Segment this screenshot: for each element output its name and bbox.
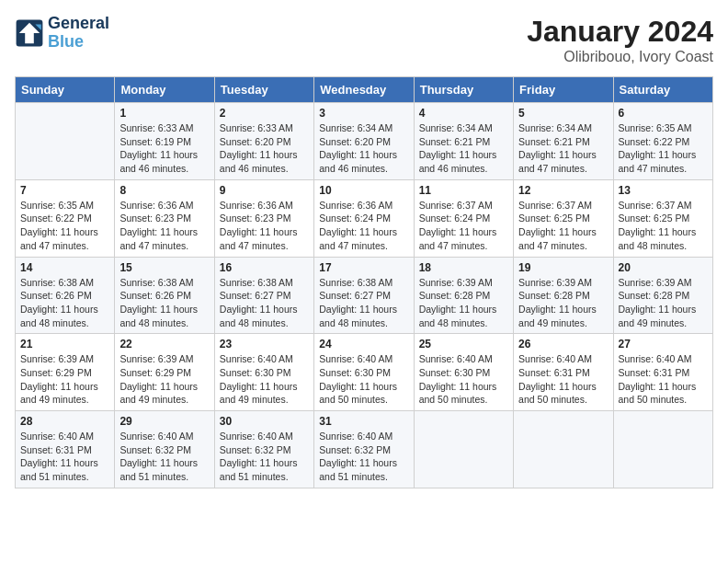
calendar-header: SundayMondayTuesdayWednesdayThursdayFrid…: [16, 77, 713, 103]
calendar-cell: 28Sunrise: 6:40 AM Sunset: 6:31 PM Dayli…: [16, 411, 115, 488]
weekday-header: Saturday: [613, 77, 712, 103]
day-number: 2: [220, 107, 309, 120]
day-number: 12: [518, 184, 608, 197]
weekday-header: Tuesday: [214, 77, 313, 103]
logo-line2: Blue: [48, 33, 109, 52]
day-number: 14: [20, 261, 109, 274]
day-number: 23: [220, 338, 309, 350]
calendar-cell: 6Sunrise: 6:35 AM Sunset: 6:22 PM Daylig…: [613, 103, 712, 180]
day-info: Sunrise: 6:36 AM Sunset: 6:23 PM Dayligh…: [220, 199, 309, 253]
calendar-week-row: 7Sunrise: 6:35 AM Sunset: 6:22 PM Daylig…: [16, 179, 713, 257]
day-info: Sunrise: 6:39 AM Sunset: 6:29 PM Dayligh…: [119, 352, 209, 407]
day-number: 8: [119, 184, 209, 197]
calendar-cell: 9Sunrise: 6:36 AM Sunset: 6:23 PM Daylig…: [214, 179, 313, 257]
title-block: January 2024 Olibribouo, Ivory Coast: [527, 15, 713, 65]
calendar-week-row: 14Sunrise: 6:38 AM Sunset: 6:26 PM Dayli…: [16, 257, 713, 334]
day-number: 4: [419, 107, 508, 120]
day-number: 25: [419, 338, 508, 350]
logo: General Blue: [15, 15, 109, 52]
calendar-cell: 3Sunrise: 6:34 AM Sunset: 6:20 PM Daylig…: [314, 103, 414, 180]
calendar-cell: 5Sunrise: 6:34 AM Sunset: 6:21 PM Daylig…: [514, 103, 613, 180]
day-number: 9: [220, 184, 309, 197]
weekday-header: Monday: [115, 77, 214, 103]
weekday-row: SundayMondayTuesdayWednesdayThursdayFrid…: [16, 77, 713, 103]
day-number: 5: [518, 107, 608, 120]
day-info: Sunrise: 6:40 AM Sunset: 6:30 PM Dayligh…: [220, 352, 309, 407]
weekday-header: Friday: [514, 77, 613, 103]
logo-icon: [15, 18, 44, 48]
day-number: 27: [619, 338, 708, 350]
calendar-cell: 1Sunrise: 6:33 AM Sunset: 6:19 PM Daylig…: [115, 103, 214, 180]
calendar-cell: 26Sunrise: 6:40 AM Sunset: 6:31 PM Dayli…: [514, 334, 613, 411]
day-info: Sunrise: 6:33 AM Sunset: 6:20 PM Dayligh…: [220, 121, 309, 176]
day-info: Sunrise: 6:40 AM Sunset: 6:32 PM Dayligh…: [220, 430, 309, 484]
day-number: 30: [220, 415, 309, 428]
calendar-table: SundayMondayTuesdayWednesdayThursdayFrid…: [15, 76, 713, 488]
day-info: Sunrise: 6:40 AM Sunset: 6:31 PM Dayligh…: [619, 352, 708, 407]
day-info: Sunrise: 6:34 AM Sunset: 6:20 PM Dayligh…: [319, 121, 408, 176]
day-number: 10: [319, 184, 408, 197]
calendar-cell: 25Sunrise: 6:40 AM Sunset: 6:30 PM Dayli…: [414, 334, 513, 411]
calendar-cell: 18Sunrise: 6:39 AM Sunset: 6:28 PM Dayli…: [414, 257, 513, 334]
day-info: Sunrise: 6:39 AM Sunset: 6:29 PM Dayligh…: [20, 352, 109, 407]
calendar-cell: 15Sunrise: 6:38 AM Sunset: 6:26 PM Dayli…: [115, 257, 214, 334]
day-number: 11: [419, 184, 508, 197]
day-info: Sunrise: 6:37 AM Sunset: 6:24 PM Dayligh…: [419, 199, 508, 253]
day-info: Sunrise: 6:40 AM Sunset: 6:32 PM Dayligh…: [119, 430, 209, 484]
calendar-week-row: 21Sunrise: 6:39 AM Sunset: 6:29 PM Dayli…: [16, 334, 713, 411]
day-info: Sunrise: 6:40 AM Sunset: 6:32 PM Dayligh…: [319, 430, 408, 484]
day-number: 3: [319, 107, 408, 120]
calendar-week-row: 1Sunrise: 6:33 AM Sunset: 6:19 PM Daylig…: [16, 103, 713, 180]
page-header: General Blue January 2024 Olibribouo, Iv…: [15, 15, 713, 65]
day-info: Sunrise: 6:35 AM Sunset: 6:22 PM Dayligh…: [619, 121, 708, 176]
calendar-cell: 7Sunrise: 6:35 AM Sunset: 6:22 PM Daylig…: [16, 179, 115, 257]
day-info: Sunrise: 6:39 AM Sunset: 6:28 PM Dayligh…: [518, 276, 608, 330]
logo-text: General Blue: [48, 15, 109, 52]
day-info: Sunrise: 6:34 AM Sunset: 6:21 PM Dayligh…: [518, 121, 608, 176]
calendar-cell: [414, 411, 513, 488]
calendar-cell: 17Sunrise: 6:38 AM Sunset: 6:27 PM Dayli…: [314, 257, 414, 334]
day-info: Sunrise: 6:40 AM Sunset: 6:31 PM Dayligh…: [518, 352, 608, 407]
day-info: Sunrise: 6:40 AM Sunset: 6:30 PM Dayligh…: [319, 352, 408, 407]
day-info: Sunrise: 6:37 AM Sunset: 6:25 PM Dayligh…: [518, 199, 608, 253]
day-info: Sunrise: 6:33 AM Sunset: 6:19 PM Dayligh…: [119, 121, 209, 176]
day-number: 7: [20, 184, 109, 197]
day-number: 31: [319, 415, 408, 428]
day-number: 19: [518, 261, 608, 274]
day-number: 20: [619, 261, 708, 274]
calendar-cell: 31Sunrise: 6:40 AM Sunset: 6:32 PM Dayli…: [314, 411, 414, 488]
calendar-cell: 19Sunrise: 6:39 AM Sunset: 6:28 PM Dayli…: [514, 257, 613, 334]
day-number: 21: [20, 338, 109, 350]
day-number: 28: [20, 415, 109, 428]
day-info: Sunrise: 6:39 AM Sunset: 6:28 PM Dayligh…: [619, 276, 708, 330]
calendar-cell: 12Sunrise: 6:37 AM Sunset: 6:25 PM Dayli…: [514, 179, 613, 257]
calendar-week-row: 28Sunrise: 6:40 AM Sunset: 6:31 PM Dayli…: [16, 411, 713, 488]
day-number: 29: [119, 415, 209, 428]
day-info: Sunrise: 6:38 AM Sunset: 6:26 PM Dayligh…: [20, 276, 109, 330]
weekday-header: Sunday: [16, 77, 115, 103]
calendar-cell: 22Sunrise: 6:39 AM Sunset: 6:29 PM Dayli…: [115, 334, 214, 411]
calendar-cell: 2Sunrise: 6:33 AM Sunset: 6:20 PM Daylig…: [214, 103, 313, 180]
calendar-cell: 13Sunrise: 6:37 AM Sunset: 6:25 PM Dayli…: [613, 179, 712, 257]
calendar-cell: 21Sunrise: 6:39 AM Sunset: 6:29 PM Dayli…: [16, 334, 115, 411]
day-info: Sunrise: 6:36 AM Sunset: 6:23 PM Dayligh…: [119, 199, 209, 253]
calendar-cell: 14Sunrise: 6:38 AM Sunset: 6:26 PM Dayli…: [16, 257, 115, 334]
day-number: 17: [319, 261, 408, 274]
calendar-cell: 24Sunrise: 6:40 AM Sunset: 6:30 PM Dayli…: [314, 334, 414, 411]
weekday-header: Wednesday: [314, 77, 414, 103]
logo-line1: General: [48, 15, 109, 33]
day-number: 18: [419, 261, 508, 274]
page-title: January 2024: [527, 15, 713, 49]
calendar-cell: 8Sunrise: 6:36 AM Sunset: 6:23 PM Daylig…: [115, 179, 214, 257]
day-number: 22: [119, 338, 209, 350]
calendar-cell: [514, 411, 613, 488]
day-number: 24: [319, 338, 408, 350]
day-info: Sunrise: 6:38 AM Sunset: 6:27 PM Dayligh…: [319, 276, 408, 330]
calendar-cell: 30Sunrise: 6:40 AM Sunset: 6:32 PM Dayli…: [214, 411, 313, 488]
calendar-cell: [16, 103, 115, 180]
calendar-cell: 23Sunrise: 6:40 AM Sunset: 6:30 PM Dayli…: [214, 334, 313, 411]
calendar-cell: [613, 411, 712, 488]
day-info: Sunrise: 6:38 AM Sunset: 6:26 PM Dayligh…: [119, 276, 209, 330]
day-info: Sunrise: 6:38 AM Sunset: 6:27 PM Dayligh…: [220, 276, 309, 330]
day-number: 15: [119, 261, 209, 274]
